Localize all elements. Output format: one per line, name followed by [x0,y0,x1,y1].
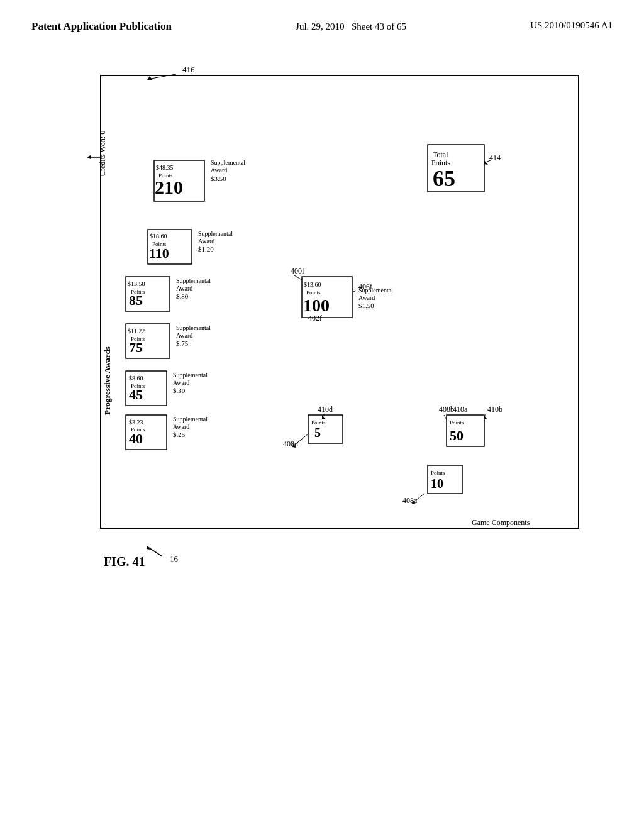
svg-text:Points: Points [450,419,464,426]
svg-text:$.30: $.30 [173,387,186,394]
svg-text:$.25: $.25 [173,431,186,438]
svg-line-59 [352,290,356,292]
svg-text:$.75: $.75 [176,340,189,347]
svg-line-55 [294,275,302,280]
svg-text:100: 100 [303,296,330,315]
svg-text:Supplemental: Supplemental [211,159,245,166]
svg-text:$18.60: $18.60 [150,233,167,240]
svg-text:Supplemental: Supplemental [173,416,208,423]
svg-text:$48.35: $48.35 [156,164,174,171]
svg-text:$13.60: $13.60 [304,281,321,288]
svg-text:400f: 400f [291,267,304,275]
fig-label: FIG. 41 [104,555,145,568]
label-416: 416 [182,65,195,74]
svg-text:Award: Award [176,285,192,292]
svg-text:$1.50: $1.50 [358,302,374,309]
svg-text:Supplemental: Supplemental [176,324,211,331]
svg-text:Award: Award [198,238,214,245]
progressive-awards-label: Progressive Awards [103,346,112,415]
svg-text:Supplemental: Supplemental [173,372,208,379]
publication-title: Patent Application Publication [31,19,172,34]
svg-text:210: 210 [155,177,183,197]
svg-text:75: 75 [129,340,143,355]
arrow-16-label: 16 [170,554,179,563]
svg-text:110: 110 [149,245,169,261]
svg-text:402f: 402f [308,314,322,323]
svg-marker-4 [87,155,91,159]
svg-text:Award: Award [173,423,189,430]
svg-text:Award: Award [173,379,189,386]
svg-text:45: 45 [129,387,143,402]
pub-date: Jul. 29, 2010 [296,21,345,31]
svg-text:$8.60: $8.60 [129,375,143,382]
svg-text:$1.20: $1.20 [198,245,214,253]
svg-text:410d: 410d [318,405,333,414]
svg-text:Award: Award [211,167,227,174]
svg-rect-0 [101,75,579,528]
svg-text:$3.50: $3.50 [211,175,226,182]
svg-line-91 [148,547,162,556]
sheet-info: Sheet 43 of 65 [352,21,406,31]
svg-text:10: 10 [431,477,443,490]
svg-text:5: 5 [314,426,321,440]
header-date-sheet: Jul. 29, 2010 Sheet 43 of 65 [296,19,406,34]
diagram-area: 416 Credits Won: 0 Progressive Awards $3… [38,63,604,723]
svg-text:$.80: $.80 [176,292,189,300]
patent-number: US 2010/0190546 A1 [530,19,613,32]
svg-text:Points: Points [311,419,326,426]
svg-marker-92 [147,545,150,550]
svg-text:Award: Award [176,332,192,339]
svg-text:$3.23: $3.23 [129,419,143,426]
svg-text:406f: 406f [358,282,372,291]
svg-text:40: 40 [129,431,143,446]
svg-text:Points: Points [431,470,445,476]
svg-text:50: 50 [450,428,464,443]
svg-text:410a: 410a [453,405,468,414]
svg-text:85: 85 [129,292,143,308]
svg-text:$13.58: $13.58 [128,280,145,287]
svg-text:Supplemental: Supplemental [198,230,233,237]
credits-won-label: Credits Won: 0 [98,131,107,176]
svg-text:410b: 410b [487,405,502,414]
svg-text:Total: Total [433,150,448,159]
game-components-label: Game Components [472,518,530,527]
page-header: Patent Application Publication Jul. 29, … [0,0,644,40]
svg-text:414: 414 [489,153,501,162]
svg-text:Award: Award [358,294,375,301]
svg-marker-66 [484,160,488,165]
svg-text:Points: Points [306,289,321,296]
svg-text:$11.22: $11.22 [128,328,145,335]
diagram-svg: 416 Credits Won: 0 Progressive Awards $3… [38,63,604,723]
svg-text:Supplemental: Supplemental [176,277,211,284]
svg-text:65: 65 [433,166,455,191]
svg-text:408b: 408b [439,405,454,414]
